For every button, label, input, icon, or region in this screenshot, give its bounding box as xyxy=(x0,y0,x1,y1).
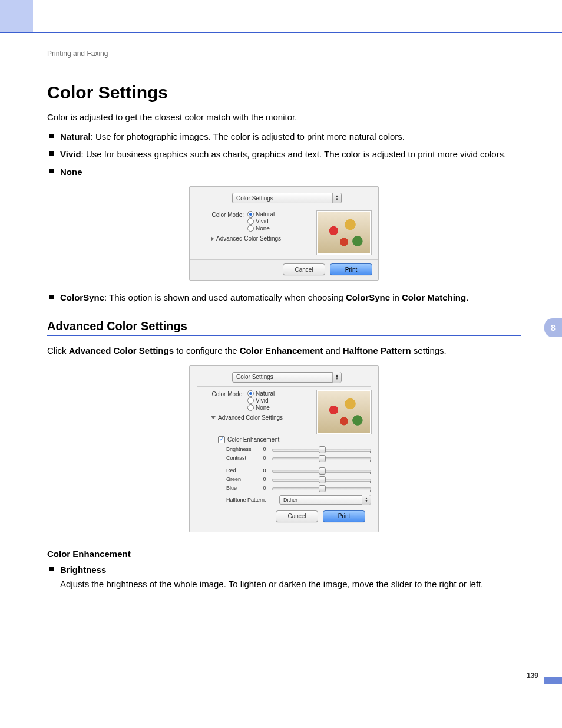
settings-section-dropdown[interactable]: Color Settings ▲▼ xyxy=(232,372,342,383)
dropdown-label: Color Settings xyxy=(236,195,273,202)
mode-vivid-label: Vivid xyxy=(60,149,81,159)
red-slider-row: Red 0 xyxy=(226,467,371,474)
radio-icon xyxy=(247,404,254,411)
footer-accent xyxy=(544,677,562,684)
radio-vivid-label: Vivid xyxy=(256,397,269,404)
colorsync-note: ColorSync: This option is shown and used… xyxy=(47,291,521,304)
radio-natural-label: Natural xyxy=(256,390,275,397)
chevron-updown-icon: ▲▼ xyxy=(362,495,371,505)
radio-none-label: None xyxy=(256,225,270,232)
colorsync-cm: Color Matching xyxy=(402,292,466,302)
running-header: Printing and Faxing xyxy=(47,50,562,58)
color-enhancement-heading: Color Enhancement xyxy=(47,549,521,559)
print-button[interactable]: Print xyxy=(323,510,365,522)
brightness-value: 0 xyxy=(260,446,269,452)
top-bar xyxy=(0,0,562,33)
mode-vivid: Vivid: Use for business graphics such as… xyxy=(47,148,521,161)
brightness-slider[interactable] xyxy=(272,446,371,453)
brightness-item-desc: Adjusts the brightness of the whole imag… xyxy=(60,578,521,591)
disclosure-label: Advanced Color Settings xyxy=(216,235,281,242)
contrast-slider[interactable] xyxy=(272,454,371,462)
colorsync-t2: in xyxy=(390,292,402,302)
radio-natural[interactable]: Natural xyxy=(247,211,275,218)
radio-icon xyxy=(247,218,254,225)
red-label: Red xyxy=(226,467,257,473)
mode-none-label: None xyxy=(60,167,82,177)
colorsync-t1: : This option is shown and used automati… xyxy=(104,292,346,302)
radio-icon xyxy=(247,225,254,232)
blue-value: 0 xyxy=(260,485,269,491)
chevron-updown-icon: ▲▼ xyxy=(332,193,341,203)
colorsync-cs2: ColorSync xyxy=(346,292,390,302)
footer: 139 xyxy=(0,661,562,696)
contrast-value: 0 xyxy=(260,455,269,461)
green-value: 0 xyxy=(260,476,269,482)
preview-image xyxy=(317,390,371,434)
cancel-button[interactable]: Cancel xyxy=(283,263,325,275)
print-button[interactable]: Print xyxy=(330,263,372,275)
radio-vivid-label: Vivid xyxy=(256,218,269,225)
disclosure-triangle-icon xyxy=(211,416,216,419)
advanced-disclosure[interactable]: Advanced Color Settings xyxy=(211,235,311,242)
disclosure-triangle-icon xyxy=(211,236,214,241)
colorsync-t3: . xyxy=(466,292,468,302)
mode-natural: Natural: Use for photographic images. Th… xyxy=(47,130,521,143)
mode-natural-label: Natural xyxy=(60,131,91,141)
radio-natural[interactable]: Natural xyxy=(247,390,275,397)
blue-slider[interactable] xyxy=(272,485,371,492)
cancel-button[interactable]: Cancel xyxy=(276,510,318,522)
color-settings-dialog-expanded: Color Settings ▲▼ Color Mode: N xyxy=(189,365,379,532)
radio-icon xyxy=(247,390,254,397)
mode-list: Natural: Use for photographic images. Th… xyxy=(47,130,521,178)
blue-label: Blue xyxy=(226,485,257,491)
contrast-label: Contrast xyxy=(226,455,257,461)
chevron-updown-icon: ▲▼ xyxy=(332,372,341,383)
brightness-item-label: Brightness xyxy=(60,565,106,575)
page-number: 139 xyxy=(527,671,538,680)
radio-vivid[interactable]: Vivid xyxy=(247,397,275,404)
divider xyxy=(197,207,371,207)
brightness-label: Brightness xyxy=(226,446,257,452)
advanced-title: Advanced Color Settings xyxy=(47,319,521,333)
color-enhancement-label: Color Enhancement xyxy=(227,436,279,443)
halftone-dropdown[interactable]: Dither ▲▼ xyxy=(279,495,371,505)
color-mode-label: Color Mode: xyxy=(197,390,247,397)
chapter-tab: 8 xyxy=(544,318,562,337)
color-mode-label: Color Mode: xyxy=(197,211,247,218)
halftone-label: Halftone Pattern: xyxy=(226,497,276,503)
settings-section-dropdown[interactable]: Color Settings ▲▼ xyxy=(232,193,342,203)
contrast-slider-row: Contrast 0 xyxy=(226,454,371,462)
radio-none[interactable]: None xyxy=(247,225,275,232)
checkbox-icon: ✓ xyxy=(218,436,225,443)
radio-icon xyxy=(247,397,254,404)
color-enhancement-checkbox[interactable]: ✓ Color Enhancement xyxy=(218,436,371,443)
mode-natural-desc: : Use for photographic images. The color… xyxy=(91,131,405,141)
red-value: 0 xyxy=(260,467,269,473)
red-slider[interactable] xyxy=(272,467,371,474)
mode-vivid-desc: : Use for business graphics such as char… xyxy=(81,149,507,159)
mode-none: None xyxy=(47,166,521,179)
green-slider-row: Green 0 xyxy=(226,476,371,483)
enhancement-list: Brightness Adjusts the brightness of the… xyxy=(47,564,521,591)
green-slider[interactable] xyxy=(272,476,371,483)
color-settings-dialog: Color Settings ▲▼ Color Mode: N xyxy=(189,186,379,281)
brightness-item: Brightness Adjusts the brightness of the… xyxy=(47,564,521,591)
blue-slider-row: Blue 0 xyxy=(226,485,371,492)
advanced-panel: ✓ Color Enhancement Brightness 0 Contras… xyxy=(218,436,371,505)
halftone-value: Dither xyxy=(283,497,297,503)
dropdown-label: Color Settings xyxy=(236,374,273,380)
advanced-disclosure-open[interactable]: Advanced Color Settings xyxy=(211,414,311,421)
page-title: Color Settings xyxy=(47,83,521,103)
divider xyxy=(197,386,371,387)
green-label: Green xyxy=(226,476,257,482)
radio-none-label: None xyxy=(256,404,270,411)
preview-image xyxy=(317,211,371,255)
brightness-slider-row: Brightness 0 xyxy=(226,446,371,453)
advanced-lead: Click Advanced Color Settings to configu… xyxy=(47,344,521,357)
intro-text: Color is adjusted to get the closest col… xyxy=(47,112,521,122)
radio-natural-label: Natural xyxy=(256,211,275,218)
radio-icon xyxy=(247,211,254,218)
disclosure-label: Advanced Color Settings xyxy=(218,414,283,421)
radio-vivid[interactable]: Vivid xyxy=(247,218,275,225)
radio-none[interactable]: None xyxy=(247,404,275,411)
